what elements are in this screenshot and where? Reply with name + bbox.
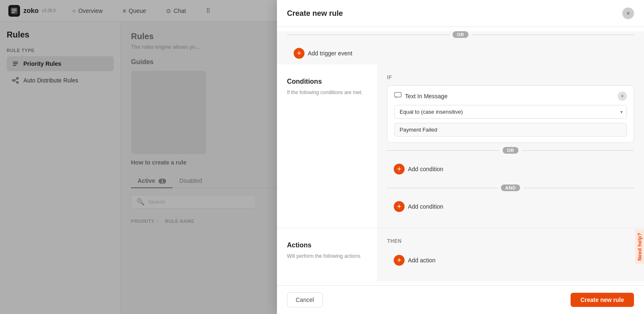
- condition-value-input[interactable]: [394, 123, 627, 137]
- conditions-or-badge: OR: [503, 147, 518, 154]
- plus-circle-action-icon: +: [394, 255, 405, 266]
- conditions-desc: If the following conditions are met.: [287, 89, 367, 96]
- modal-body[interactable]: OR + Add trigger event Conditions If the…: [277, 27, 644, 285]
- modal-title: Create new rule: [287, 9, 343, 18]
- actions-section: Actions Will perform the following actio…: [277, 228, 644, 282]
- if-label: IF: [387, 75, 634, 80]
- conditions-label-col: Conditions If the following conditions a…: [277, 65, 377, 228]
- conditions-content-col: IF Text In Message: [377, 65, 644, 228]
- actions-label-col: Actions Will perform the following actio…: [277, 228, 377, 282]
- condition-remove-button[interactable]: ×: [618, 92, 627, 101]
- actions-desc: Will perform the following actions.: [287, 252, 367, 260]
- plus-circle-icon-2: +: [394, 201, 405, 212]
- add-action-button[interactable]: + Add action: [387, 249, 634, 272]
- create-rule-button[interactable]: Create new rule: [571, 293, 634, 307]
- modal-close-button[interactable]: ×: [622, 7, 634, 19]
- divider-line-right: [472, 35, 634, 35]
- and-line-left: [387, 188, 498, 188]
- condition-card: Text In Message × Equal to (case insensi…: [387, 85, 634, 143]
- add-trigger-button[interactable]: + Add trigger event: [287, 42, 634, 65]
- conditions-section: Conditions If the following conditions a…: [277, 65, 644, 228]
- need-help-button[interactable]: Need help?: [635, 229, 644, 264]
- and-line-right: [523, 188, 634, 188]
- trigger-or-divider: OR: [287, 31, 634, 38]
- modal-footer: Cancel Create new rule: [277, 285, 644, 314]
- comparator-select-wrapper: Equal to (case insensitive) Contains Sta…: [394, 105, 627, 119]
- actions-title: Actions: [287, 242, 367, 249]
- trigger-top-area: OR + Add trigger event: [277, 31, 644, 65]
- svg-rect-9: [395, 92, 401, 97]
- then-label: THEN: [387, 238, 634, 244]
- conditions-and-divider: AND: [387, 184, 634, 191]
- or-line-right: [522, 150, 634, 151]
- add-condition-button-1[interactable]: + Add condition: [387, 158, 634, 180]
- actions-content-col: THEN + Add action: [377, 228, 644, 282]
- cancel-button[interactable]: Cancel: [287, 292, 323, 307]
- plus-icon: +: [294, 48, 304, 59]
- conditions-or-divider: OR: [387, 147, 634, 154]
- conditions-and-badge: AND: [501, 184, 520, 191]
- or-line-left: [387, 150, 499, 151]
- modal-overlay: Create new rule × OR + Add trigger event: [0, 0, 644, 314]
- condition-type: Text In Message: [394, 92, 448, 100]
- modal-header: Create new rule ×: [277, 0, 644, 27]
- condition-type-label: Text In Message: [405, 93, 448, 100]
- plus-circle-icon-1: +: [394, 164, 405, 174]
- add-condition-button-2[interactable]: + Add condition: [387, 195, 634, 218]
- condition-header: Text In Message ×: [394, 92, 627, 101]
- or-badge: OR: [453, 31, 468, 38]
- message-icon: [394, 92, 402, 100]
- comparator-select[interactable]: Equal to (case insensitive) Contains Sta…: [394, 105, 627, 119]
- divider-line-left: [287, 35, 449, 35]
- create-rule-modal: Create new rule × OR + Add trigger event: [277, 0, 644, 314]
- conditions-title: Conditions: [287, 78, 367, 85]
